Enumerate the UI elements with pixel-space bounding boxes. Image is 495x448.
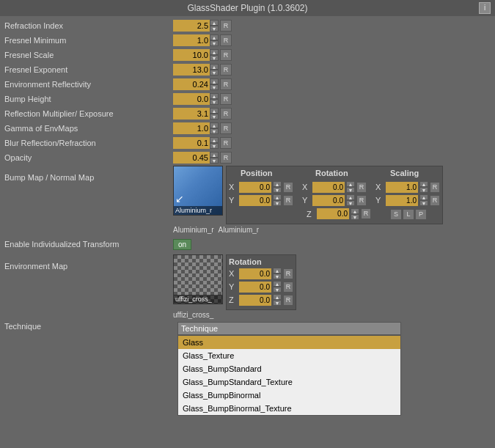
rot-y-down[interactable]: ▼ (346, 200, 355, 206)
env-rot-y-input[interactable] (239, 282, 271, 293)
param-down-3[interactable]: ▼ (210, 70, 219, 76)
param-down-9[interactable]: ▼ (210, 158, 219, 164)
pos-y-down[interactable]: ▼ (273, 200, 282, 206)
param-up-8[interactable]: ▲ (210, 137, 219, 143)
technique-option-0[interactable]: Glass (178, 336, 400, 349)
param-up-6[interactable]: ▲ (210, 108, 219, 114)
param-down-2[interactable]: ▼ (210, 55, 219, 61)
env-rot-z-down[interactable]: ▼ (273, 300, 282, 306)
param-input-9[interactable] (173, 152, 210, 164)
technique-option-5[interactable]: Glass_BumpBinormal_Texture (178, 402, 400, 415)
rot-y-input[interactable] (312, 195, 345, 206)
scale-x-r[interactable]: R (430, 182, 440, 193)
rot-x-input[interactable] (312, 182, 345, 193)
param-input-7[interactable] (173, 122, 210, 134)
technique-option-4[interactable]: Glass_BumpBinormal (178, 389, 400, 402)
rot-z-input[interactable] (317, 208, 349, 219)
param-input-0[interactable] (173, 20, 210, 32)
env-rot-y-r[interactable]: R (283, 282, 293, 293)
scale-y-down[interactable]: ▼ (419, 200, 428, 206)
param-input-1[interactable] (173, 34, 210, 46)
param-input-6[interactable] (173, 108, 210, 120)
env-rot-x-up[interactable]: ▲ (273, 268, 282, 273)
param-r-6[interactable]: R (220, 108, 232, 120)
bump-thumbnail[interactable]: ↙ Aluminium_r (173, 166, 223, 216)
env-thumbnail[interactable]: uffizi_cross_ (173, 254, 223, 304)
pos-y-r[interactable]: R (283, 195, 293, 206)
pos-y-up[interactable]: ▲ (273, 194, 282, 200)
technique-option-2[interactable]: Glass_BumpStandard (178, 362, 400, 375)
p-button[interactable]: P (415, 209, 427, 220)
param-r-8[interactable]: R (220, 137, 232, 149)
param-up-2[interactable]: ▲ (210, 49, 219, 55)
param-input-5[interactable] (173, 93, 210, 105)
technique-option-3[interactable]: Glass_BumpStandard_Texture (178, 375, 400, 389)
param-r-2[interactable]: R (220, 49, 232, 61)
param-r-0[interactable]: R (220, 20, 232, 32)
l-button[interactable]: L (403, 209, 414, 220)
param-up-4[interactable]: ▲ (210, 78, 219, 84)
param-up-3[interactable]: ▲ (210, 64, 219, 70)
param-down-6[interactable]: ▼ (210, 114, 219, 120)
env-rot-z-up[interactable]: ▲ (273, 294, 282, 300)
param-down-4[interactable]: ▼ (210, 84, 219, 90)
rot-x-r[interactable]: R (356, 182, 367, 193)
env-rot-z-input[interactable] (239, 295, 271, 306)
param-input-3[interactable] (173, 64, 210, 76)
technique-dropdown-header[interactable]: Technique (177, 322, 401, 335)
technique-option-1[interactable]: Glass_Texture (178, 349, 400, 362)
param-up-5[interactable]: ▲ (210, 93, 219, 99)
env-rot-z-r[interactable]: R (283, 295, 293, 306)
rot-z-down[interactable]: ▼ (351, 214, 359, 220)
rot-y-r[interactable]: R (356, 195, 367, 206)
s-button[interactable]: S (390, 209, 402, 220)
param-r-1[interactable]: R (220, 34, 232, 46)
scale-y-up[interactable]: ▲ (419, 194, 428, 200)
scale-x-down[interactable]: ▼ (419, 187, 428, 193)
transform-headers: Position Rotation Scaling (229, 169, 440, 179)
param-spin-2: ▲ ▼ (210, 49, 219, 61)
rot-x-down[interactable]: ▼ (346, 187, 355, 193)
param-up-1[interactable]: ▲ (210, 34, 219, 40)
param-up-7[interactable]: ▲ (210, 122, 219, 128)
rot-x-up[interactable]: ▲ (346, 181, 355, 187)
pos-x-input[interactable] (239, 182, 271, 193)
env-rot-x-r[interactable]: R (283, 268, 293, 279)
param-down-8[interactable]: ▼ (210, 143, 219, 149)
param-down-0[interactable]: ▼ (210, 26, 219, 32)
pos-x-down[interactable]: ▼ (273, 187, 282, 193)
param-r-4[interactable]: R (220, 78, 232, 90)
param-up-0[interactable]: ▲ (210, 20, 219, 26)
pos-y-input[interactable] (239, 195, 271, 206)
enable-label: Enable Individualized Transform (4, 240, 173, 249)
param-r-9[interactable]: R (220, 152, 232, 164)
rot-z-r[interactable]: R (361, 208, 371, 219)
env-rot-y-down[interactable]: ▼ (273, 287, 282, 293)
param-r-3[interactable]: R (220, 64, 232, 76)
env-rot-y-up[interactable]: ▲ (273, 281, 282, 287)
param-input-group-3: ▲ ▼ R (173, 64, 232, 76)
pos-x-r[interactable]: R (283, 182, 293, 193)
param-down-7[interactable]: ▼ (210, 128, 219, 134)
param-r-5[interactable]: R (220, 93, 232, 105)
scale-x-up[interactable]: ▲ (419, 181, 428, 187)
param-down-1[interactable]: ▼ (210, 40, 219, 46)
param-r-7[interactable]: R (220, 122, 232, 134)
param-input-2[interactable] (173, 49, 210, 61)
info-button[interactable]: i (479, 2, 491, 14)
param-down-5[interactable]: ▼ (210, 99, 219, 105)
pos-x-up[interactable]: ▲ (273, 181, 282, 187)
param-input-4[interactable] (173, 78, 210, 90)
rot-z-up[interactable]: ▲ (351, 208, 359, 214)
env-rot-x-down[interactable]: ▼ (273, 273, 282, 279)
env-rot-x-input[interactable] (239, 268, 271, 279)
param-input-8[interactable] (173, 137, 210, 149)
param-input-group-8: ▲ ▼ R (173, 137, 232, 149)
scale-y-r[interactable]: R (430, 195, 440, 206)
scale-y-input[interactable] (386, 195, 418, 206)
param-up-9[interactable]: ▲ (210, 152, 219, 158)
rot-y-up[interactable]: ▲ (346, 194, 355, 200)
xyz-x-row: X ▲ ▼ R X ▲ ▼ R (229, 181, 440, 193)
enable-on-button[interactable]: on (173, 239, 191, 250)
scale-x-input[interactable] (386, 182, 418, 193)
